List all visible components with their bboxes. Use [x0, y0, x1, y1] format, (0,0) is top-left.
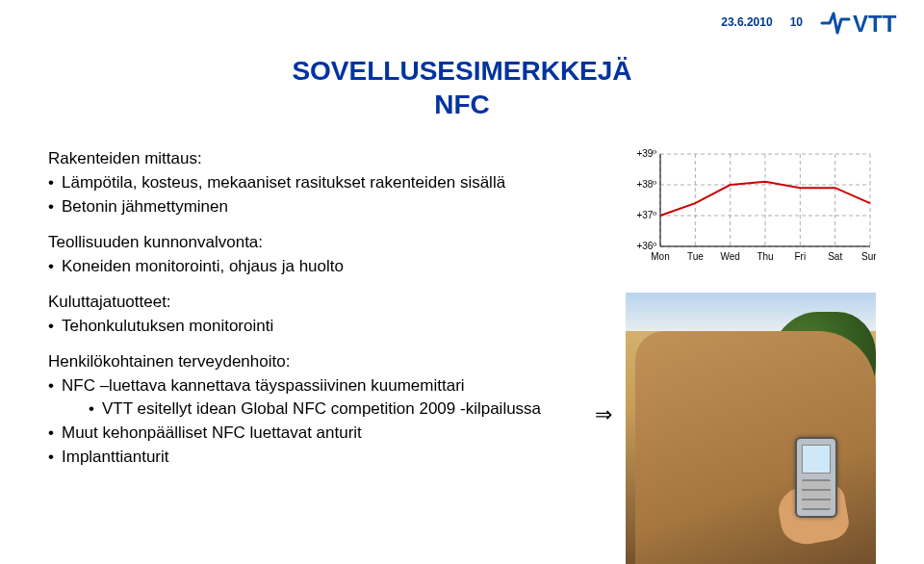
list-item: Implanttianturit — [48, 447, 587, 469]
slide-title: SOVELLUSESIMERKKEJÄ NFC — [48, 54, 876, 121]
block-kuluttaja: Kuluttajatuotteet: Tehonkulutuksen monit… — [48, 292, 587, 338]
phone-screen-icon — [802, 445, 831, 474]
list-item: NFC –luettava kannettava täyspassiivinen… — [48, 375, 587, 422]
date-page: 23.6.2010 10 — [721, 15, 803, 29]
title-line-1: SOVELLUSESIMERKKEJÄ — [48, 54, 876, 88]
svg-text:Wed: Wed — [720, 251, 739, 262]
photo-phone — [795, 437, 837, 518]
svg-text:+39º: +39º — [636, 148, 656, 159]
list-item: Koneiden monitorointi, ohjaus ja huolto — [48, 256, 587, 278]
block-head: Kuluttajatuotteet: — [48, 292, 587, 314]
svg-text:+36º: +36º — [636, 241, 656, 251]
photo-nfc-phone — [626, 293, 876, 564]
title-line-2: NFC — [48, 88, 876, 121]
svg-text:Sun: Sun — [861, 251, 876, 262]
list-item: VTT esitellyt idean Global NFC competiti… — [89, 398, 587, 421]
block-rakenteiden: Rakenteiden mittaus: Lämpötila, kosteus,… — [48, 148, 587, 218]
list-item: Muut kehonpäälliset NFC luettavat anturi… — [48, 423, 587, 445]
svg-text:Mon: Mon — [651, 251, 669, 262]
list-item: Tehonkulutuksen monitorointi — [48, 316, 587, 338]
slide-page: 10 — [790, 15, 803, 29]
content: Rakenteiden mittaus: Lämpötila, kosteus,… — [48, 148, 876, 482]
phone-keypad-icon — [802, 479, 831, 510]
figure-column: +39º+38º+37º+36ºMonTueWedThuFriSatSun — [597, 148, 876, 482]
text-column: Rakenteiden mittaus: Lämpötila, kosteus,… — [48, 148, 587, 482]
block-head: Rakenteiden mittaus: — [48, 148, 587, 170]
vtt-logo: VTT — [820, 6, 907, 38]
svg-text:Tue: Tue — [687, 251, 704, 262]
block-terveydenhoito: Henkilökohtainen terveydenhoito: NFC –lu… — [48, 351, 587, 470]
svg-text:Fri: Fri — [794, 251, 806, 262]
svg-text:+37º: +37º — [636, 210, 656, 220]
block-head: Teollisuuden kunnonvalvonta: — [48, 232, 587, 254]
block-teollisuuden: Teollisuuden kunnonvalvonta: Koneiden mo… — [48, 232, 587, 278]
block-head: Henkilökohtainen terveydenhoito: — [48, 351, 587, 373]
double-arrow-icon: ⇒ — [595, 402, 612, 427]
svg-text:Thu: Thu — [757, 251, 773, 262]
list-item: Betonin jähmettyminen — [48, 196, 587, 218]
list-item: Lämpötila, kosteus, mekaaniset rasitukse… — [48, 172, 587, 194]
slide-date: 23.6.2010 — [721, 15, 772, 29]
temperature-chart: +39º+38º+37º+36ºMonTueWedThuFriSatSun — [626, 148, 876, 264]
header: 23.6.2010 10 VTT — [721, 6, 907, 38]
slide: 23.6.2010 10 VTT SOVELLUSESIMERKKEJÄ NFC… — [0, 0, 924, 564]
svg-text:Sat: Sat — [828, 251, 842, 262]
logo-text: VTT — [853, 11, 897, 37]
svg-text:+38º: +38º — [636, 179, 656, 190]
